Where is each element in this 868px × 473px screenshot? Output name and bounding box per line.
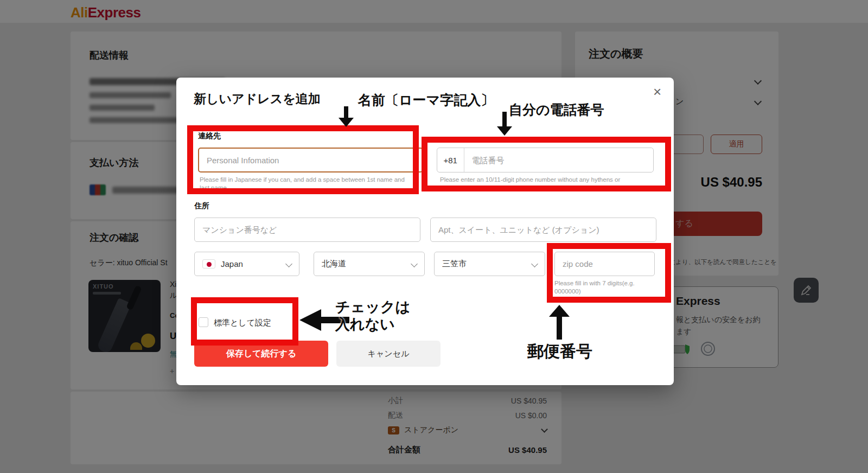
arrow-up-icon [549, 305, 570, 340]
annotation-check-note: チェックは 入れない [335, 298, 410, 334]
annotation-phone-note: 自分の電話番号 [509, 101, 604, 119]
chevron-down-icon [285, 260, 292, 267]
contact-name-field-wrap [198, 148, 423, 172]
street-address-input[interactable] [194, 218, 420, 242]
annotation-zip-note: 郵便番号 [527, 341, 592, 363]
phone-field-wrap: +81 [437, 148, 654, 172]
close-icon[interactable]: × [653, 85, 661, 99]
checkout-page: AliExpress 配送情報 支払い方法 注文の確認 セラー: xituo O… [0, 0, 868, 473]
apt-field-wrap [430, 218, 656, 242]
contact-label: 連絡先 [198, 131, 221, 141]
save-continue-button[interactable]: 保存して続行する [194, 341, 328, 367]
contact-name-input[interactable] [198, 148, 423, 172]
default-address-label: 標準として設定 [214, 318, 271, 328]
address-label: 住所 [194, 201, 209, 211]
modal-title: 新しいアドレスを追加 [194, 91, 321, 107]
add-address-modal: × 新しいアドレスを追加 連絡先 Please fill in Japanese… [176, 78, 674, 385]
default-address-checkbox[interactable] [199, 317, 208, 327]
city-value: 三笠市 [442, 259, 467, 269]
street-field-wrap [194, 218, 420, 242]
contact-helper-text: Please fill in Japanese if you can, and … [200, 176, 412, 192]
country-value: Japan [221, 259, 243, 269]
annotation-check-note-line2: 入れない [335, 316, 410, 333]
province-select[interactable]: 北海道 [314, 252, 425, 276]
phone-number-input[interactable] [464, 148, 654, 172]
apt-suite-input[interactable] [430, 218, 656, 242]
chevron-down-icon [411, 260, 418, 267]
cancel-button[interactable]: キャンセル [336, 341, 441, 367]
province-value: 北海道 [322, 259, 346, 269]
chevron-down-icon [531, 260, 538, 267]
arrow-down-icon [339, 106, 354, 127]
phone-helper-text: Please enter an 10/11-digit phone number… [440, 176, 668, 184]
city-select[interactable]: 三笠市 [434, 252, 545, 276]
country-select[interactable]: Japan [194, 252, 299, 276]
annotation-check-note-line1: チェックは [335, 298, 410, 316]
japan-flag-icon [202, 259, 215, 269]
zip-helper-text: Please fill in with 7 digits(e.g. 000000… [554, 279, 655, 296]
phone-country-prefix[interactable]: +81 [437, 148, 464, 172]
zip-code-input[interactable] [554, 252, 655, 276]
annotation-name-note: 名前〔ローマ字記入〕 [358, 91, 494, 109]
zip-field-wrap [554, 252, 655, 276]
